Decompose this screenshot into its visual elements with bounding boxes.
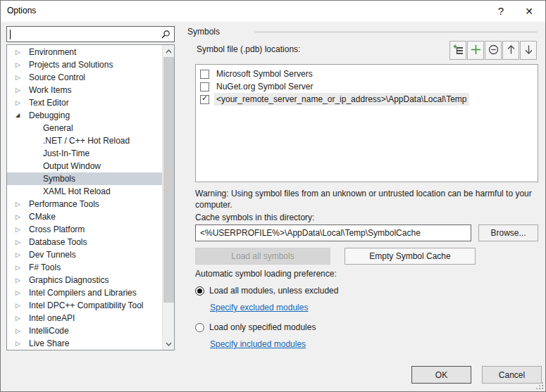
specify-excluded-modules-link[interactable]: Specify excluded modules [210,303,308,312]
tree-item-debugging[interactable]: ◢Debugging [7,109,162,122]
cancel-button[interactable]: Cancel [482,366,542,384]
specify-included-modules-link[interactable]: Specify included modules [210,339,306,349]
symbol-location-row[interactable]: ✓<your_remote_server_name_or_ip_address>… [196,93,538,106]
search-input[interactable] [6,26,175,42]
checkbox-unchecked-icon[interactable]: ✓ [200,82,209,91]
tree-item-general[interactable]: General [7,122,162,134]
radio-unselected-icon[interactable] [195,323,204,332]
tree-item-dev-tunnels[interactable]: ▷Dev Tunnels [7,248,162,261]
expand-icon[interactable]: ▷ [15,58,29,71]
new-location-button[interactable] [449,41,466,60]
checkbox-checked-icon[interactable]: ✓ [200,95,209,104]
ok-button[interactable]: OK [411,366,471,384]
symbol-location-label: <your_remote_server_name_or_ip_address>\… [214,93,469,106]
tree-item-database-tools[interactable]: ▷Database Tools [7,236,162,248]
auto-loading-preference-label: Automatic symbol loading preference: [195,269,337,279]
tree-item-intellicode[interactable]: ▷IntelliCode [7,324,162,337]
browse-button[interactable]: Browse... [478,225,538,241]
scroll-up-icon[interactable] [163,45,175,57]
tree-item-f-tools[interactable]: ▷F# Tools [7,261,162,274]
tree-item-projects-and-solutions[interactable]: ▷Projects and Solutions [7,58,162,71]
dialog-title: Options [7,6,36,15]
help-button[interactable]: ? [489,1,513,21]
expand-icon[interactable]: ▷ [15,312,29,324]
tree-item-output-window[interactable]: Output Window [7,160,162,172]
move-down-button[interactable] [520,41,537,60]
tree-item-environment[interactable]: ▷Environment [7,46,162,58]
resize-grip-icon[interactable] [536,382,543,389]
symbol-location-label: NuGet.org Symbol Server [214,80,315,93]
expand-icon[interactable]: ▷ [15,46,29,58]
options-tree: ▷Environment▷Projects and Solutions▷Sour… [6,44,175,350]
tree-item-live-share[interactable]: ▷Live Share [7,337,162,350]
tree-item-label: Work Items [29,85,71,95]
empty-symbol-cache-button[interactable]: Empty Symbol Cache [345,248,476,265]
expand-icon[interactable]: ▷ [15,299,29,312]
expand-icon[interactable]: ▷ [15,223,29,236]
cache-directory-input[interactable] [195,225,471,241]
symbol-location-row[interactable]: ✓NuGet.org Symbol Server [196,80,538,93]
expand-icon[interactable]: ▷ [15,210,29,223]
expand-icon[interactable]: ▷ [15,236,29,248]
expand-icon[interactable]: ▷ [15,324,29,337]
add-location-button[interactable] [467,41,484,60]
tree-item-xaml-hot-reload[interactable]: XAML Hot Reload [7,185,162,198]
check-mark-icon: ✓ [201,94,208,103]
expand-icon[interactable]: ▷ [15,248,29,261]
expand-icon[interactable]: ▷ [15,337,29,350]
tree-item-label: Live Share [29,339,69,348]
tree-item-label: XAML Hot Reload [43,186,111,196]
tree-item-label: .NET / C++ Hot Reload [43,136,130,146]
tree-item-intel-oneapi[interactable]: ▷Intel oneAPI [7,312,162,324]
expand-icon[interactable]: ▷ [15,96,29,109]
symbol-location-label: Microsoft Symbol Servers [214,68,315,80]
expand-icon[interactable]: ▷ [15,286,29,299]
close-icon: ✕ [525,6,533,17]
checkbox-unchecked-icon[interactable]: ✓ [200,70,209,79]
tree-item-label: Environment [29,47,76,57]
tree-item-label: Cross Platform [29,225,85,234]
scroll-down-icon[interactable] [163,338,175,350]
expand-icon[interactable]: ▷ [15,198,29,210]
group-title: Symbols [187,27,220,37]
tree-item-label: Intel oneAPI [29,313,75,323]
tree-item-intel-compilers-and-libraries[interactable]: ▷Intel Compilers and Libraries [7,286,162,299]
tree-item-just-in-time[interactable]: Just-In-Time [7,147,162,160]
expand-icon[interactable]: ▷ [15,71,29,84]
close-button[interactable]: ✕ [517,1,541,21]
remove-location-button[interactable] [485,41,502,60]
scrollbar-thumb[interactable] [163,57,174,303]
tree-item-graphics-diagnostics[interactable]: ▷Graphics Diagnostics [7,274,162,286]
tree-item-label: Symbols [43,174,75,184]
tree-scrollbar[interactable] [162,45,174,350]
collapse-icon[interactable]: ◢ [15,109,29,122]
tree-item-cmake[interactable]: ▷CMake [7,210,162,223]
cache-directory-label: Cache symbols in this directory: [195,213,314,222]
tree-item-label: F# Tools [29,263,61,272]
expand-icon[interactable]: ▷ [15,84,29,96]
tree-item-label: Output Window [43,161,101,171]
tree-item-intel-dpc-compatibility-tool[interactable]: ▷Intel DPC++ Compatibility Tool [7,299,162,312]
tree-item-symbols[interactable]: Symbols [7,172,162,185]
radio-load-specified-modules[interactable]: Load only specified modules [195,322,316,332]
tree-item-cross-platform[interactable]: ▷Cross Platform [7,223,162,236]
tree-item-source-control[interactable]: ▷Source Control [7,71,162,84]
symbol-location-row[interactable]: ✓Microsoft Symbol Servers [196,68,538,80]
tree-item-net-c-hot-reload[interactable]: .NET / C++ Hot Reload [7,134,162,147]
radio-load-all-modules[interactable]: Load all modules, unless excluded [195,286,338,296]
expand-icon[interactable]: ▷ [15,261,29,274]
tree-item-performance-tools[interactable]: ▷Performance Tools [7,198,162,210]
text-caret [10,30,11,39]
tree-item-label: Intel DPC++ Compatibility Tool [29,301,144,310]
tree-item-label: Performance Tools [29,199,99,209]
expand-icon[interactable]: ▷ [15,274,29,286]
radio-selected-icon[interactable] [195,286,204,296]
tree-item-label: Debugging [29,110,70,120]
tree-item-text-editor[interactable]: ▷Text Editor [7,96,162,109]
title-bar: Options ? ✕ [1,1,545,22]
symbols-group-header: Symbols [187,27,537,37]
arrow-down-icon [524,44,533,57]
move-up-button[interactable] [502,41,519,60]
tree-item-work-items[interactable]: ▷Work Items [7,84,162,96]
tree-item-label: Dev Tunnels [29,250,76,260]
